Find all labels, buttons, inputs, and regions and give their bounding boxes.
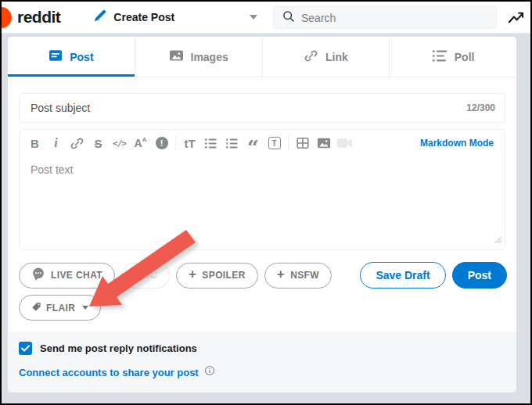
tag-icon xyxy=(31,302,41,314)
check-icon xyxy=(21,345,30,352)
tab-label: Images xyxy=(191,51,228,63)
flair-button[interactable]: FLAIR xyxy=(19,295,101,321)
numbered-list-icon[interactable] xyxy=(221,133,243,153)
create-post-page: reddit Create Post Post xyxy=(0,0,532,405)
reddit-snoo-icon[interactable] xyxy=(0,7,12,28)
tab-images[interactable]: Images xyxy=(135,37,262,77)
video-icon[interactable] xyxy=(334,133,355,153)
link-icon[interactable] xyxy=(66,133,88,153)
code-block-icon[interactable]: T xyxy=(264,133,285,153)
connect-accounts-link[interactable]: Connect accounts to share your post xyxy=(19,367,199,378)
flair-row: FLAIR xyxy=(8,295,516,321)
image-icon xyxy=(169,49,184,64)
flair-label: FLAIR xyxy=(46,303,75,314)
save-draft-button[interactable]: Save Draft xyxy=(360,262,445,289)
connect-row: Connect accounts to share your post xyxy=(19,365,505,379)
selector-label: Create Post xyxy=(113,11,174,23)
search-icon xyxy=(282,9,295,26)
tab-poll[interactable]: Poll xyxy=(389,37,516,77)
table-icon[interactable] xyxy=(292,133,313,153)
post-options-row: LIVE CHAT + OC + SPOILER + NSFW Save Dra… xyxy=(8,262,516,289)
notifications-checkbox[interactable] xyxy=(19,342,32,355)
post-subject-input[interactable] xyxy=(19,93,505,123)
reddit-wordmark[interactable]: reddit xyxy=(17,8,60,27)
post-button[interactable]: Post xyxy=(452,262,507,289)
bullet-list-icon[interactable] xyxy=(200,133,221,153)
tab-post[interactable]: Post xyxy=(8,37,135,77)
notifications-row: Send me post reply notifications xyxy=(19,342,505,355)
chevron-down-icon xyxy=(250,15,257,20)
search-input[interactable] xyxy=(301,12,488,24)
card-footer: Send me post reply notifications Connect… xyxy=(8,332,516,392)
spoiler-button[interactable]: + SPOILER xyxy=(176,263,258,289)
plus-icon: + xyxy=(189,267,196,282)
nsfw-button[interactable]: + NSFW xyxy=(264,263,332,289)
resize-handle[interactable] xyxy=(494,233,502,247)
bold-icon[interactable]: B xyxy=(24,133,45,153)
tab-label: Post xyxy=(70,51,93,63)
live-chat-label: LIVE CHAT xyxy=(51,270,102,281)
info-icon[interactable] xyxy=(204,365,215,379)
live-chat-button[interactable]: LIVE CHAT xyxy=(19,263,115,289)
formatting-toolbar: B i S </> AA ! tT xyxy=(20,130,505,156)
nsfw-label: NSFW xyxy=(290,270,319,281)
char-counter: 12/300 xyxy=(466,102,495,113)
toolbar-divider xyxy=(288,135,289,151)
image-upload-icon[interactable] xyxy=(313,133,334,153)
community-selector[interactable]: Create Post xyxy=(93,9,257,26)
pencil-icon xyxy=(93,9,106,26)
poll-icon xyxy=(432,49,448,65)
code-block-glyph: T xyxy=(268,137,281,149)
quote-icon[interactable]: “ xyxy=(243,133,264,153)
post-type-tabs: Post Images Link Poll xyxy=(8,37,516,77)
strikethrough-icon[interactable]: S xyxy=(88,133,109,153)
search-bar xyxy=(273,6,497,29)
spoiler-text-icon[interactable]: ! xyxy=(151,133,172,153)
heading-icon[interactable]: tT xyxy=(179,133,200,153)
post-body-editor: B i S </> AA ! tT xyxy=(19,129,505,250)
tab-link[interactable]: Link xyxy=(262,37,390,77)
oc-button[interactable]: + OC xyxy=(121,263,170,289)
tab-label: Link xyxy=(325,51,348,63)
superscript-icon[interactable]: AA xyxy=(130,133,151,153)
notifications-label: Send me post reply notifications xyxy=(40,342,197,354)
markdown-mode-link[interactable]: Markdown Mode xyxy=(420,138,498,149)
create-post-card: Post Images Link Poll xyxy=(8,37,516,392)
chevron-down-icon xyxy=(82,306,88,310)
chat-icon xyxy=(31,267,45,284)
inline-code-icon[interactable]: </> xyxy=(109,133,130,153)
oc-label: + OC xyxy=(134,270,157,281)
superscript-mark: A xyxy=(142,136,147,143)
post-icon xyxy=(49,49,63,64)
plus-icon: + xyxy=(277,267,285,282)
post-body-textarea[interactable] xyxy=(20,156,505,249)
spoiler-label: SPOILER xyxy=(202,270,245,281)
exclamation-icon: ! xyxy=(156,137,168,149)
top-navbar: reddit Create Post xyxy=(2,2,530,34)
italic-icon[interactable]: i xyxy=(45,133,66,153)
trending-icon[interactable] xyxy=(508,10,524,28)
tab-label: Poll xyxy=(455,51,475,63)
superscript-base: A xyxy=(135,137,142,149)
toolbar-divider xyxy=(175,135,176,151)
subject-field-wrap: 12/300 xyxy=(19,93,505,123)
link-icon xyxy=(304,48,318,66)
